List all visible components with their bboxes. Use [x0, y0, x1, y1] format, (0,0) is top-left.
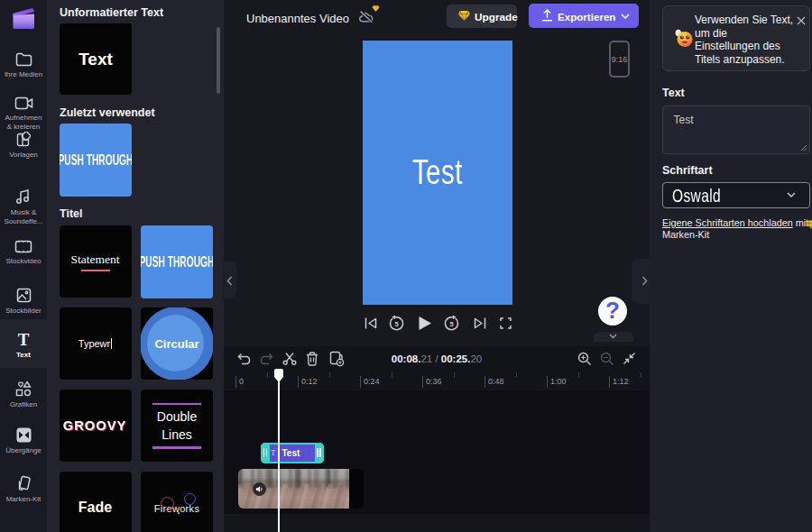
svg-text:5: 5 — [394, 320, 398, 328]
svg-text:5: 5 — [449, 320, 453, 328]
svg-text:?: ? — [605, 299, 620, 323]
